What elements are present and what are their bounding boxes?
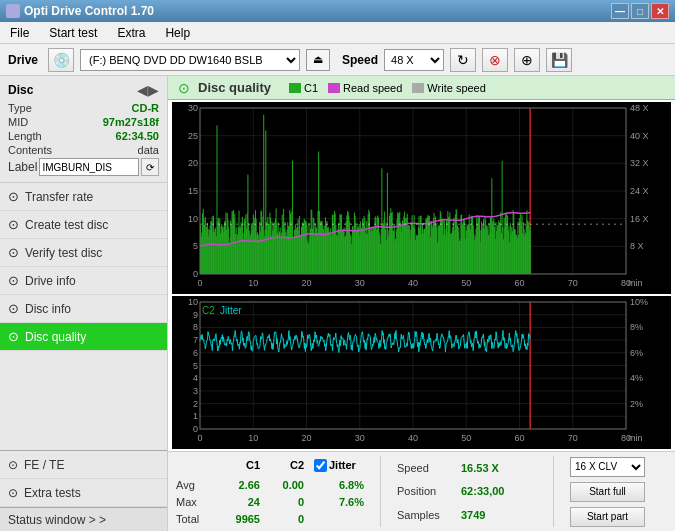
sidebar-item-extra-tests[interactable]: ⊙ Extra tests [0,479,167,507]
disc-info-icon: ⊙ [8,301,19,316]
c1-chart [172,102,671,294]
jitter-col-header: Jitter [329,459,356,471]
length-label: Length [8,130,42,142]
transfer-rate-label: Transfer rate [25,190,93,204]
create-test-disc-label: Create test disc [25,218,108,232]
sidebar-item-verify-test-disc[interactable]: ⊙ Verify test disc [0,239,167,267]
drive-info-label: Drive info [25,274,76,288]
title-bar: Opti Drive Control 1.70 — □ ✕ [0,0,675,22]
samples-label: Samples [397,509,457,521]
speed-select[interactable]: 48 X [384,49,444,71]
avg-jitter: 6.8% [314,479,364,491]
total-c2: 0 [264,513,304,525]
length-value: 62:34.50 [116,130,159,142]
speed-label: Speed [342,53,378,67]
drive-bar: Drive 💿 (F:) BENQ DVD DD DW1640 BSLB ⏏ S… [0,44,675,76]
sidebar-item-drive-info[interactable]: ⊙ Drive info [0,267,167,295]
mid-value: 97m27s18f [103,116,159,128]
jitter-checkbox[interactable] [314,459,327,472]
max-label: Max [176,496,211,508]
max-c1: 24 [215,496,260,508]
sidebar-item-fe-te[interactable]: ⊙ FE / TE [0,451,167,479]
status-window-label: Status window > > [8,513,106,527]
menu-help[interactable]: Help [159,24,196,42]
fe-te-label: FE / TE [24,458,64,472]
position-label: Position [397,485,457,497]
fe-te-icon: ⊙ [8,458,18,472]
app-title: Opti Drive Control 1.70 [24,4,154,18]
write-speed-legend-box [412,83,424,93]
disc-quality-label: Disc quality [25,330,86,344]
disc-arrow-icon[interactable]: ◀▶ [137,82,159,98]
close-button[interactable]: ✕ [651,3,669,19]
charts-area [168,100,675,451]
chart-legend: C1 Read speed Write speed [289,82,486,94]
verify-test-disc-icon: ⊙ [8,245,19,260]
sidebar-item-disc-quality[interactable]: ⊙ Disc quality [0,323,167,351]
disc-section-title: Disc [8,83,33,97]
erase-button[interactable]: ⊗ [482,48,508,72]
verify-test-disc-label: Verify test disc [25,246,102,260]
read-speed-legend-box [328,83,340,93]
drive-select[interactable]: (F:) BENQ DVD DD DW1640 BSLB [80,49,300,71]
c1-legend-label: C1 [304,82,318,94]
menu-start-test[interactable]: Start test [43,24,103,42]
c2-col-header: C2 [264,459,304,472]
avg-label: Avg [176,479,211,491]
type-value: CD-R [132,102,160,114]
drive-info-icon: ⊙ [8,273,19,288]
menu-extra[interactable]: Extra [111,24,151,42]
stats-blank [176,459,211,472]
clv-select[interactable]: 16 X CLV [570,457,645,477]
type-label: Type [8,102,32,114]
copy-button[interactable]: ⊕ [514,48,540,72]
create-test-disc-icon: ⊙ [8,217,19,232]
content-area: ⊙ Disc quality C1 Read speed Write speed [168,76,675,531]
sidebar-item-create-test-disc[interactable]: ⊙ Create test disc [0,211,167,239]
stats-bar: C1 C2 Jitter Avg 2.66 0.00 6.8% Max 24 [168,451,675,531]
mid-label: MID [8,116,28,128]
disc-quality-header-icon: ⊙ [178,80,190,96]
contents-label: Contents [8,144,52,156]
total-c1: 9965 [215,513,260,525]
sidebar: Disc ◀▶ Type CD-R MID 97m27s18f Length 6… [0,76,168,531]
disc-quality-header: ⊙ Disc quality C1 Read speed Write speed [168,76,675,100]
disc-info-label: Disc info [25,302,71,316]
position-value: 62:33,00 [461,485,504,497]
drive-icon: 💿 [48,48,74,72]
sidebar-item-transfer-rate[interactable]: ⊙ Transfer rate [0,183,167,211]
c1-legend-box [289,83,301,93]
max-c2: 0 [264,496,304,508]
avg-c2: 0.00 [264,479,304,491]
sidebar-menu: ⊙ Transfer rate ⊙ Create test disc ⊙ Ver… [0,183,167,450]
disc-quality-title: Disc quality [198,80,271,95]
drive-label: Drive [8,53,38,67]
c1-col-header: C1 [215,459,260,472]
disc-info-panel: Disc ◀▶ Type CD-R MID 97m27s18f Length 6… [0,76,167,183]
c2-jitter-chart [172,296,671,449]
label-input[interactable] [39,158,139,176]
minimize-button[interactable]: — [611,3,629,19]
contents-value: data [138,144,159,156]
menu-file[interactable]: File [4,24,35,42]
app-icon [6,4,20,18]
speed-stat-label: Speed [397,462,457,474]
eject-button[interactable]: ⏏ [306,49,330,71]
sidebar-item-disc-info[interactable]: ⊙ Disc info [0,295,167,323]
write-speed-legend-label: Write speed [427,82,486,94]
start-full-button[interactable]: Start full [570,482,645,502]
max-jitter: 7.6% [314,496,364,508]
extra-tests-icon: ⊙ [8,486,18,500]
save-button[interactable]: 💾 [546,48,572,72]
refresh-button[interactable]: ↻ [450,48,476,72]
disc-label-key: Label [8,160,37,174]
maximize-button[interactable]: □ [631,3,649,19]
menu-bar: File Start test Extra Help [0,22,675,44]
label-refresh-icon[interactable]: ⟳ [141,158,159,176]
avg-c1: 2.66 [215,479,260,491]
status-window-button[interactable]: Status window > > [0,507,167,531]
speed-stat-value: 16.53 X [461,462,499,474]
start-part-button[interactable]: Start part [570,507,645,527]
transfer-rate-icon: ⊙ [8,189,19,204]
total-label: Total [176,513,211,525]
